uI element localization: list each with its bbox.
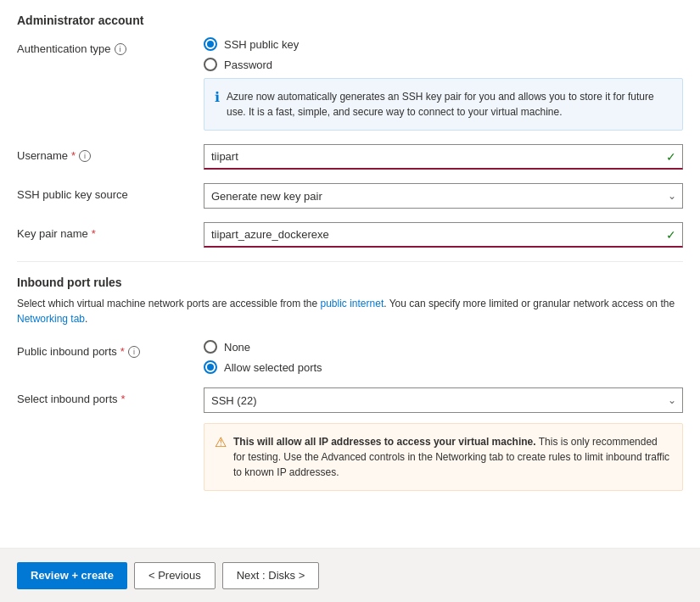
ssh-key-source-control: Generate new key pair Use existing key s… (204, 183, 683, 209)
ssh-public-key-label: SSH public key (224, 38, 299, 51)
key-pair-name-control: ✓ (204, 222, 683, 248)
inbound-port-rules-title: Inbound port rules (17, 276, 683, 289)
select-inbound-ports-control: SSH (22) HTTP (80) HTTPS (443) RDP (3389… (204, 387, 683, 491)
key-pair-name-label: Key pair name * (17, 222, 204, 240)
public-inbound-ports-radio-group: None Allow selected ports (204, 340, 683, 374)
public-inbound-ports-controls: None Allow selected ports (204, 340, 683, 374)
select-inbound-ports-select-wrapper: SSH (22) HTTP (80) HTTPS (443) RDP (3389… (204, 387, 683, 413)
authentication-type-row: Authentication type i SSH public key Pas… (17, 37, 683, 131)
authentication-type-info-icon[interactable]: i (115, 43, 126, 55)
none-radio-button[interactable] (204, 340, 217, 354)
username-control: ✓ (204, 144, 683, 170)
administrator-account-title: Administrator account (17, 14, 683, 27)
authentication-type-label: Authentication type i (17, 37, 204, 55)
public-internet-link[interactable]: public internet (321, 298, 384, 309)
ssh-key-source-select-wrapper: Generate new key pair Use existing key s… (204, 183, 683, 209)
warning-text: This will allow all IP addresses to acce… (233, 434, 672, 480)
previous-button[interactable]: < Previous (134, 562, 216, 589)
footer: Review + create < Previous Next : Disks … (0, 548, 700, 602)
username-label: Username * i (17, 144, 204, 162)
warning-box: ⚠ This will allow all IP addresses to ac… (204, 423, 683, 491)
username-required-marker: * (71, 149, 76, 162)
review-create-button[interactable]: Review + create (17, 562, 127, 589)
none-port-option[interactable]: None (204, 340, 683, 354)
username-input[interactable] (204, 144, 683, 170)
key-pair-name-input[interactable] (204, 222, 683, 248)
info-box-text: Azure now automatically generates an SSH… (227, 89, 672, 120)
allow-selected-ports-label: Allow selected ports (224, 361, 322, 374)
public-inbound-ports-info-icon[interactable]: i (128, 346, 140, 358)
ssh-key-source-select[interactable]: Generate new key pair Use existing key s… (204, 183, 683, 209)
select-inbound-ports-row: Select inbound ports * SSH (22) HTTP (80… (17, 387, 683, 491)
section-divider (17, 261, 683, 262)
ssh-key-source-label: SSH public key source (17, 183, 204, 201)
username-check-icon: ✓ (666, 150, 676, 164)
password-label: Password (224, 59, 272, 71)
public-inbound-ports-required-marker: * (120, 345, 125, 358)
inbound-port-rules-description: Select which virtual machine network por… (17, 296, 683, 326)
username-info-icon[interactable]: i (79, 150, 91, 162)
password-radio-button[interactable] (204, 58, 217, 71)
key-pair-name-row: Key pair name * ✓ (17, 222, 683, 248)
public-inbound-ports-label: Public inbound ports * i (17, 340, 204, 358)
networking-tab-link[interactable]: Networking tab (17, 313, 85, 325)
username-input-wrapper: ✓ (204, 144, 683, 170)
authentication-type-controls: SSH public key Password ℹ Azure now auto… (204, 37, 683, 131)
next-disks-button[interactable]: Next : Disks > (222, 562, 320, 589)
ssh-public-key-option[interactable]: SSH public key (204, 37, 683, 51)
info-box-icon: ℹ (215, 89, 220, 120)
warning-bold-text: This will allow all IP addresses to acce… (233, 436, 536, 448)
ssh-key-source-row: SSH public key source Generate new key p… (17, 183, 683, 209)
select-inbound-ports-label: Select inbound ports * (17, 387, 204, 405)
none-port-label: None (224, 341, 250, 354)
select-inbound-ports-select[interactable]: SSH (22) HTTP (80) HTTPS (443) RDP (3389… (204, 387, 683, 413)
ssh-info-box: ℹ Azure now automatically generates an S… (204, 78, 683, 131)
select-inbound-ports-required-marker: * (121, 393, 126, 405)
ssh-radio-button[interactable] (204, 37, 217, 51)
username-row: Username * i ✓ (17, 144, 683, 170)
public-inbound-ports-row: Public inbound ports * i None Allow sele… (17, 340, 683, 374)
allow-selected-ports-option[interactable]: Allow selected ports (204, 360, 683, 374)
authentication-type-radio-group: SSH public key Password (204, 37, 683, 71)
warning-icon: ⚠ (215, 434, 227, 480)
password-option[interactable]: Password (204, 58, 683, 71)
key-pair-name-check-icon: ✓ (666, 228, 676, 242)
key-pair-name-required-marker: * (92, 227, 96, 240)
key-pair-name-input-wrapper: ✓ (204, 222, 683, 248)
allow-selected-radio-button[interactable] (204, 360, 217, 374)
main-content: Administrator account Authentication typ… (0, 0, 700, 548)
